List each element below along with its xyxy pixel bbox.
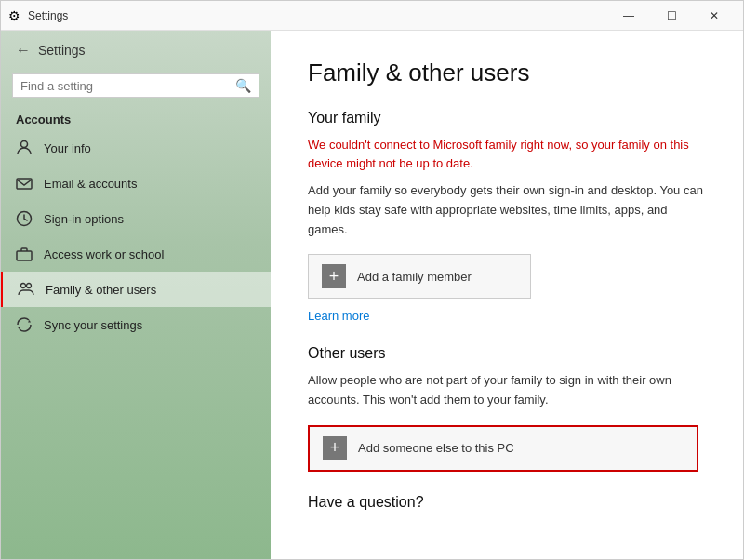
sidebar-item-label: Sync your settings [44,318,142,332]
maximize-button[interactable]: ☐ [650,1,693,31]
sidebar-back-label: Settings [38,43,86,58]
sidebar-item-label: Sign-in options [44,212,124,226]
sidebar-item-sync[interactable]: Sync your settings [1,307,271,342]
svg-point-0 [21,141,28,148]
svg-rect-1 [17,179,32,189]
add-family-plus-icon: + [322,264,346,288]
sidebar-item-email-accounts[interactable]: Email & accounts [1,166,271,201]
learn-more-link[interactable]: Learn more [308,309,369,323]
minimize-button[interactable]: — [607,1,650,31]
add-someone-label: Add someone else to this PC [358,441,514,455]
back-arrow-icon: ← [16,42,31,59]
work-icon [16,246,33,262]
title-bar: ⚙ Settings — ☐ ✕ [1,1,743,31]
sidebar-item-label: Access work or school [44,247,164,261]
title-bar-controls: — ☐ ✕ [607,1,736,31]
search-icon: 🔍 [235,78,251,93]
family-body-text: Add your family so everybody gets their … [308,181,706,239]
family-section-title: Your family [308,110,706,127]
sidebar-item-your-info[interactable]: Your info [1,130,271,166]
add-someone-plus-icon: + [323,436,347,460]
sidebar-back-button[interactable]: ← Settings [1,31,271,70]
sidebar-item-label: Your info [44,141,91,155]
family-icon [18,281,34,298]
signin-icon [16,210,33,227]
sidebar-section-title: Accounts [1,105,271,130]
settings-icon: ⚙ [8,8,20,23]
title-bar-title: Settings [28,9,68,22]
close-button[interactable]: ✕ [693,1,736,31]
other-users-section-title: Other users [308,345,706,362]
have-question-title: Have a question? [308,494,706,511]
main-content: Family & other users Your family We coul… [271,31,743,559]
sidebar-item-label: Email & accounts [44,177,137,191]
add-family-member-button[interactable]: + Add a family member [308,254,531,299]
svg-point-5 [27,284,32,288]
sidebar-item-family-users[interactable]: Family & other users [1,272,271,307]
email-icon [16,175,33,192]
sidebar: ← Settings 🔍 Accounts Your info [1,31,271,559]
svg-rect-3 [17,251,32,260]
page-title: Family & other users [308,59,706,87]
your-info-icon [16,140,33,156]
svg-point-4 [21,284,26,288]
add-someone-button[interactable]: + Add someone else to this PC [308,425,698,472]
sidebar-item-work-school[interactable]: Access work or school [1,236,271,272]
search-input[interactable] [20,79,230,93]
title-bar-left: ⚙ Settings [8,8,68,23]
sidebar-item-label: Family & other users [46,283,156,297]
add-family-label: Add a family member [357,270,472,284]
content-area: ← Settings 🔍 Accounts Your info [1,31,743,559]
family-error-text: We couldn't connect to Microsoft family … [308,136,706,172]
search-box[interactable]: 🔍 [12,73,259,98]
settings-window: ⚙ Settings — ☐ ✕ ← Settings 🔍 Accounts [0,0,744,560]
sync-icon [16,316,33,333]
sidebar-item-sign-in[interactable]: Sign-in options [1,201,271,236]
other-users-body-text: Allow people who are not part of your fa… [308,371,706,410]
